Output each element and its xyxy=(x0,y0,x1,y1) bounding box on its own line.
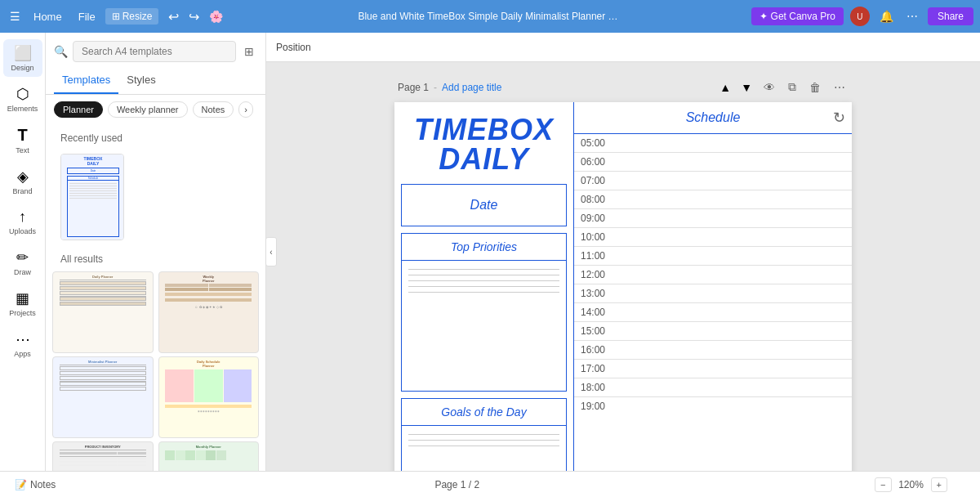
schedule-row-1300: 13:00 xyxy=(574,284,852,303)
resize-menu-item[interactable]: ⊞ Resize xyxy=(105,8,159,25)
planner-date-section: Date xyxy=(401,184,567,226)
template-2[interactable]: WeeklyPlanner ☺ ✿ ◈ ◉ ✦ ★ ◇ ✿ xyxy=(158,271,260,353)
sidebar-item-uploads[interactable]: ↑ Uploads xyxy=(3,204,42,240)
avatar[interactable]: U xyxy=(850,7,870,26)
uploads-icon: ↑ xyxy=(19,208,26,226)
file-menu-item[interactable]: File xyxy=(72,9,102,25)
all-results-label: All results xyxy=(52,248,259,268)
time-1700: 17:00 xyxy=(581,363,610,374)
filter-icon[interactable]: ⊞ xyxy=(241,42,257,61)
hamburger-icon[interactable]: ☰ xyxy=(7,8,24,25)
sidebar-item-apps[interactable]: ⋯ Apps xyxy=(3,325,42,363)
sidebar-item-draw[interactable]: ✏ Draw xyxy=(3,244,42,281)
template-6[interactable]: Monthly Planner xyxy=(158,441,260,471)
schedule-row-1400: 14:00 xyxy=(574,303,852,322)
canva-logo-icon: 🌸 xyxy=(206,8,226,25)
design-icon: ⬜ xyxy=(14,44,32,62)
filter-planner[interactable]: Planner xyxy=(54,101,103,118)
sched-line-1400 xyxy=(610,312,845,313)
sidebar-item-text-label: Text xyxy=(16,146,29,154)
sidebar-item-brand[interactable]: ◈ Brand xyxy=(3,163,42,200)
time-1400: 14:00 xyxy=(581,307,610,318)
refresh-icon[interactable]: ↻ xyxy=(833,109,845,127)
get-canva-pro-button[interactable]: ✦ Get Canva Pro xyxy=(751,7,844,25)
sidebar-item-uploads-label: Uploads xyxy=(9,227,36,235)
top-priorities-lines xyxy=(402,261,566,301)
undo-button[interactable]: ↩ xyxy=(165,7,182,26)
goal-line-2 xyxy=(408,440,559,441)
hide-panel-button[interactable]: ‹ xyxy=(265,237,277,266)
schedule-row-1900: 19:00 xyxy=(574,397,852,415)
schedule-row-0900: 09:00 xyxy=(574,209,852,228)
zoom-out-button[interactable]: − xyxy=(875,477,891,492)
filter-more[interactable]: › xyxy=(238,101,253,118)
document-title[interactable]: Blue and White TimeBox Simple Daily Mini… xyxy=(358,11,619,22)
share-button[interactable]: Share xyxy=(928,7,973,25)
notes-button[interactable]: 📝 Notes xyxy=(10,477,60,492)
sidebar-item-design-label: Design xyxy=(11,64,33,72)
priority-line-5 xyxy=(408,292,559,293)
sched-line-0700 xyxy=(610,181,845,181)
time-0600: 06:00 xyxy=(581,156,610,168)
filter-weekly-planner[interactable]: Weekly planner xyxy=(108,101,188,118)
goal-line-3 xyxy=(408,446,559,446)
sidebar-item-text[interactable]: T Text xyxy=(3,121,42,159)
time-1300: 13:00 xyxy=(581,288,610,299)
text-icon: T xyxy=(17,126,27,145)
apps-icon: ⋯ xyxy=(16,330,30,348)
sched-line-1200 xyxy=(610,275,845,275)
sched-line-1500 xyxy=(610,331,845,332)
template-1[interactable]: Daily Planner xyxy=(52,271,154,353)
filter-notes[interactable]: Notes xyxy=(193,101,234,118)
template-3[interactable]: Minimalist Planner xyxy=(52,356,154,438)
zoom-level[interactable]: 120% xyxy=(897,479,926,490)
redo-button[interactable]: ↪ xyxy=(185,7,203,26)
time-0500: 05:00 xyxy=(581,137,610,149)
bottombar-left: 📝 Notes xyxy=(10,477,60,492)
fullscreen-icon[interactable]: ⛶ xyxy=(952,477,970,493)
copy-page-icon[interactable]: ⧉ xyxy=(785,78,800,96)
time-0900: 09:00 xyxy=(581,213,610,224)
page-nav-down[interactable]: ▼ xyxy=(739,79,754,96)
top-priorities-title: Top Priorities xyxy=(402,234,566,261)
resize-icon: ⊞ xyxy=(112,11,120,22)
zoom-in-button[interactable]: + xyxy=(931,477,947,492)
template-4[interactable]: Daily SchedulePlanner ◉◉◉◉◉◉◉◉◉ xyxy=(158,356,260,438)
schedule-row-0500: 05:00 xyxy=(574,134,852,153)
canvas-area: Position Page 1 - Add page title ▲ ▼ 👁 ⧉ xyxy=(266,33,980,471)
time-1600: 16:00 xyxy=(581,344,610,356)
sched-line-0600 xyxy=(610,162,845,163)
tab-templates[interactable]: Templates xyxy=(54,67,118,94)
sidebar-item-apps-label: Apps xyxy=(14,350,31,358)
add-page-title-link[interactable]: Add page title xyxy=(442,82,501,93)
recent-template-1[interactable]: TIMEBOXDAILY Date Schedule xyxy=(60,154,124,240)
schedule-row-1800: 18:00 xyxy=(574,378,852,397)
page-nav-up[interactable]: ▲ xyxy=(718,79,733,96)
notifications-icon[interactable]: 🔔 xyxy=(876,8,897,25)
schedule-header: Schedule xyxy=(574,102,852,134)
draw-icon: ✏ xyxy=(16,248,29,266)
delete-page-icon[interactable]: 🗑 xyxy=(806,79,824,96)
sidebar-item-projects[interactable]: ▦ Projects xyxy=(3,284,42,322)
sidebar-item-design[interactable]: ⬜ Design xyxy=(3,39,42,77)
planner-title: TIMEBOX DAILY xyxy=(394,102,573,181)
sched-line-1000 xyxy=(610,237,845,238)
schedule-row-1000: 10:00 xyxy=(574,228,852,247)
hide-page-icon[interactable]: 👁 xyxy=(760,79,778,96)
planner-left-column: TIMEBOX DAILY Date Top Priorities xyxy=(394,102,574,471)
priority-line-3 xyxy=(408,280,559,281)
recently-used-area: TIMEBOXDAILY Date Schedule xyxy=(52,150,259,245)
sidebar-item-elements[interactable]: ⬡ Elements xyxy=(3,80,42,118)
time-1800: 18:00 xyxy=(581,382,610,393)
search-input[interactable] xyxy=(73,41,236,62)
page-indicator: Page 1 / 2 xyxy=(434,479,479,490)
home-menu-item[interactable]: Home xyxy=(27,9,69,25)
template-5[interactable]: PRODUCT INVENTORY xyxy=(52,441,154,471)
more-options-icon[interactable]: ⋯ xyxy=(903,8,921,25)
fit-to-screen-icon[interactable]: ⊡ xyxy=(853,477,870,493)
more-page-icon[interactable]: ⋯ xyxy=(831,79,849,96)
tab-styles[interactable]: Styles xyxy=(118,67,163,94)
panel-tabs: Templates Styles xyxy=(46,67,265,95)
time-1200: 12:00 xyxy=(581,269,610,280)
icon-sidebar: ⬜ Design ⬡ Elements T Text ◈ Brand ↑ Upl… xyxy=(0,33,46,471)
